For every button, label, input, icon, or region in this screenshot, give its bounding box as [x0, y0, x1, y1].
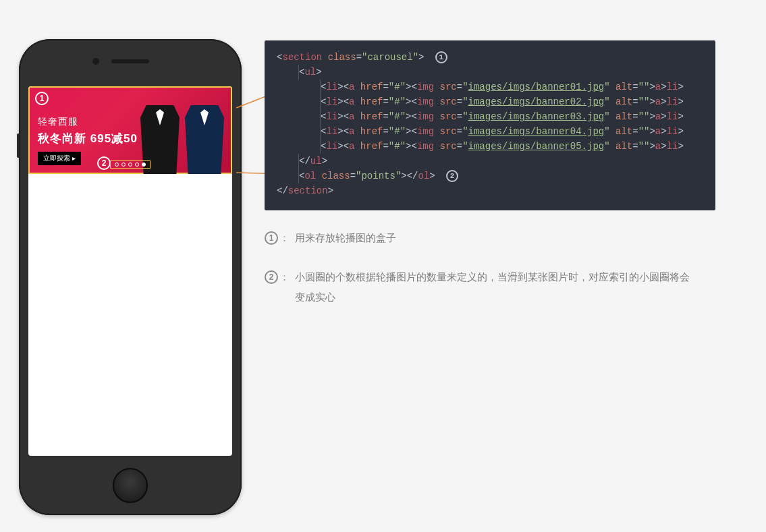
marker-1-text: 1 — [265, 231, 278, 245]
marker-2-banner: 2 — [97, 156, 111, 170]
code-block: <section class="carousel"> 1 <ul> <li><a… — [265, 40, 715, 210]
marker-1-banner: 1 — [35, 92, 49, 105]
carousel-points[interactable] — [110, 160, 151, 169]
carousel-dot[interactable] — [128, 162, 132, 167]
phone-screen: 1 轻奢西服 秋冬尚新 695减50 立即探索 2 — [28, 86, 232, 456]
carousel-dot[interactable] — [115, 162, 119, 167]
code-line: </section> — [277, 183, 703, 198]
code-line: <li><a href="#"><img src="images/imgs/ba… — [277, 139, 703, 154]
carousel-dot[interactable] — [121, 162, 126, 167]
code-line: <ol class="points"></ol> 2 — [277, 169, 703, 183]
carousel-banner[interactable]: 1 轻奢西服 秋冬尚新 695减50 立即探索 2 — [28, 86, 232, 174]
home-button[interactable] — [113, 468, 148, 503]
explanation-1: 1： 用来存放轮播图的盒子 — [265, 228, 696, 248]
code-line: <ul> — [277, 65, 703, 80]
phone-mockup: 1 轻奢西服 秋冬尚新 695减50 立即探索 2 — [19, 39, 242, 515]
phone-speaker — [111, 59, 149, 63]
code-line: <section class="carousel"> 1 — [277, 50, 703, 65]
code-line: <li><a href="#"><img src="images/imgs/ba… — [277, 80, 703, 94]
banner-graphic — [140, 105, 224, 174]
banner-line1: 轻奢西服 — [38, 116, 138, 128]
code-line: </ul> — [277, 154, 703, 169]
marker-2-text: 2 — [265, 270, 278, 284]
suit-navy-icon — [185, 105, 224, 174]
banner-line2: 秋冬尚新 695减50 — [38, 131, 138, 146]
explanation-1-text: 用来存放轮播图的盒子 — [295, 228, 396, 248]
code-line: <li><a href="#"><img src="images/imgs/ba… — [277, 124, 703, 139]
explanation-2: 2： 小圆圈的个数根据轮播图片的数量来定义的，当滑到某张图片时，对应索引的小圆圈… — [265, 267, 696, 307]
code-line: <li><a href="#"><img src="images/imgs/ba… — [277, 109, 703, 124]
phone-camera — [92, 58, 99, 65]
banner-cta[interactable]: 立即探索 — [38, 152, 81, 165]
explanation-2-text: 小圆圈的个数根据轮播图片的数量来定义的，当滑到某张图片时，对应索引的小圆圈将会变… — [295, 267, 696, 307]
marker-2-code: 2 — [446, 170, 458, 182]
marker-1-code: 1 — [435, 51, 447, 63]
carousel-dot[interactable] — [135, 162, 139, 167]
banner-texts: 轻奢西服 秋冬尚新 695减50 立即探索 — [38, 116, 138, 165]
code-line: <li><a href="#"><img src="images/imgs/ba… — [277, 94, 703, 109]
carousel-dot-active[interactable] — [142, 162, 146, 167]
